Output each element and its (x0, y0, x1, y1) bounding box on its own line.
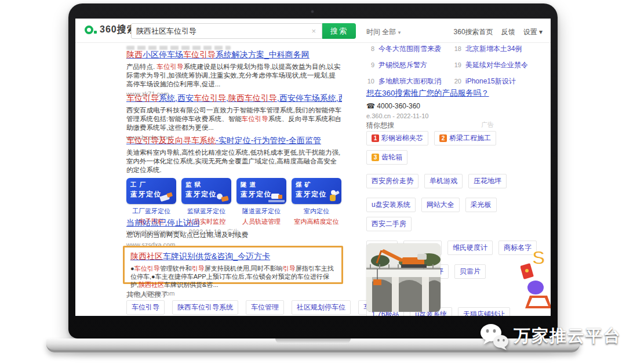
hot-link[interactable]: 多地航班大面积取消 (378, 77, 441, 86)
hot-row: 10多地航班大面积取消 20iPhone15新设计 (366, 77, 540, 86)
hot-row: 9尹锡悦怒斥警方 19美延续对华企业禁令 (366, 60, 540, 70)
promo-title-link[interactable]: 想在360搜索推广您的产品服务吗？ (366, 89, 489, 97)
guess-tag[interactable]: 西安二手房 (366, 217, 412, 231)
nav-settings-link[interactable]: 设置 ▾ (523, 27, 543, 37)
guess-tag[interactable]: 贝雷片 (454, 264, 486, 279)
browser-screen: 360搜索 × 搜索 时间 全部 ▾ 360搜索首页 反馈 设置 ▾ 陕西小区停… (75, 19, 551, 316)
time-filter-label: 时间 (366, 28, 380, 36)
wechat-icon (479, 322, 509, 350)
promo-phone: ☎ 4000-360-360 (366, 102, 529, 110)
purple-ball-icon (527, 281, 544, 294)
related-tag[interactable]: 陕西车位引导系统 (172, 300, 238, 315)
hot-rank: 18 (453, 45, 461, 52)
result-snippet: ●车位引导管理软件和引导屏支持脱机使用,同时不影响引导屏指引车主找位停车,●车主… (130, 264, 336, 289)
related-tag[interactable]: 车位管理 (246, 300, 284, 315)
clear-icon[interactable]: × (310, 27, 317, 35)
hot-link[interactable]: 北京新增本土34例 (465, 44, 522, 54)
promo-meta: e.360.cn - 2022-11-10 (366, 112, 529, 119)
laptop-base-notch (275, 338, 351, 344)
guess-tag[interactable]: u盘安装系统 (366, 198, 416, 212)
related-searches: 车位引导 陕西车位引导系统 车位管理 社区规划停车位 车位引导屏 (126, 300, 403, 315)
guess-tag[interactable]: 网站大全 (421, 198, 460, 212)
hot-rank: 20 (453, 78, 461, 85)
related-tag[interactable]: 社区规划停车位 (292, 300, 351, 315)
page: 360搜索 × 搜索 时间 全部 ▾ 360搜索首页 反馈 设置 ▾ 陕西小区停… (0, 0, 626, 364)
result-title-link[interactable]: 当前站点已停止访问 (126, 218, 342, 228)
hot-link[interactable]: 尹锡悦怒斥警方 (378, 60, 427, 70)
ad-card-row: 工厂 蓝牙定位 监狱 蓝牙定位 隧道 蓝牙定位 煤矿 蓝牙定位 (126, 178, 342, 204)
result-title-link[interactable]: 车位引导及反向寻车系统-实时定位-行为管控-全面监管 (126, 136, 342, 146)
ad-card-mine[interactable]: 煤矿 蓝牙定位 (292, 178, 341, 204)
hot-rank: 19 (453, 61, 461, 68)
truck-icon (267, 191, 285, 203)
rank-badge: 2 (439, 134, 447, 142)
card-caption-link[interactable]: 室内定位 (292, 207, 341, 216)
360-logo[interactable]: 360搜索 (85, 24, 137, 36)
hot-link[interactable]: 美延续对华企业禁令 (465, 60, 528, 70)
result-title-link[interactable]: 陕西社区车牌识别供货&咨询_今迈方卡 (130, 252, 336, 262)
hot-search-list: 8今冬大范围雨雪来袭 18北京新增本土34例 9尹锡悦怒斥警方 19美延续对华企… (366, 44, 540, 93)
guess-ranked-tag[interactable]: 3齿轮箱 (366, 150, 407, 165)
result-snippet: 西安百成电子科技有限公司一直致力于智能停车管理系统,我们的智能停车管理系统包括:… (126, 106, 342, 132)
card-caption-link[interactable]: 工厂蓝牙定位 (126, 207, 176, 216)
guess-ranked-tag[interactable]: 2桥梁工程施工 (434, 131, 496, 145)
related-tag[interactable]: 车位引导 (126, 300, 165, 315)
guess-label: 猜你想搜 (366, 121, 394, 130)
guess-tag[interactable]: 天猫店铺转让 (458, 307, 510, 316)
guess-ranked-tag[interactable]: 1彩钢岩棉夹芯 (366, 131, 428, 145)
hot-rank: 10 (366, 78, 374, 85)
header-nav: 360搜索首页 反馈 设置 ▾ (454, 27, 543, 37)
result-snippet: 美迪索科室内导航,高性价比精准定位系统,低功耗成本更低,抗干扰能力强,室内外一体… (126, 148, 342, 174)
guess-tag[interactable]: 西安房价走势 (366, 174, 418, 188)
result-snippet: 您访问的当前网页站点已过期,请及时续费 (126, 231, 342, 239)
ad-card-tunnel[interactable]: 隧道 蓝牙定位 (236, 178, 286, 204)
nav-feedback-link[interactable]: 反馈 (501, 27, 515, 37)
forklift-icon (158, 191, 175, 203)
results-count-blurred (126, 46, 231, 50)
search-box: × (131, 23, 322, 39)
guess-tag[interactable]: 维氏硬度计 (447, 241, 493, 255)
search-button[interactable]: 搜索 (322, 23, 356, 39)
bridge-crane-image[interactable] (366, 243, 441, 312)
rank-badge: 1 (372, 134, 379, 142)
search-result: 陕西小区停车场车位引导系统解决方案_中科商务网 产品特点. 车位引导系统建设是以… (126, 50, 342, 97)
guess-tag[interactable]: 压花地坪 (468, 174, 507, 188)
guard-icon (213, 191, 230, 203)
hot-row: 8今冬大范围雨雪来袭 18北京新增本土34例 (366, 44, 540, 54)
card-caption-link[interactable]: 监狱蓝牙定位 (181, 207, 231, 216)
result-snippet: 产品特点. 车位引导系统建设是以科学规划为指导,以提高效益为目的,以实际需求为导… (126, 63, 342, 89)
rank-badge: 3 (372, 154, 379, 161)
search-header: 360搜索 × 搜索 时间 全部 ▾ 360搜索首页 反馈 设置 ▾ (75, 19, 551, 43)
ad-label: 广告 (481, 121, 494, 129)
promo-block: 想在360搜索推广您的产品服务吗？ ☎ 4000-360-360 e.360.c… (366, 88, 529, 119)
search-result: 车位引导系统,西安车位引导,陕西车位引导,西安停车场系统,西安... 西安百成电… (126, 93, 342, 141)
gold-coin-icon: S (532, 246, 545, 268)
result-title-link[interactable]: 陕西小区停车场车位引导系统解决方案_中科商务网 (126, 50, 342, 60)
related-searches-label: 其他人还搜了 (126, 290, 168, 300)
hot-link[interactable]: 今冬大范围雨雪来袭 (378, 44, 441, 54)
chevron-down-icon: ▾ (539, 28, 543, 36)
hot-rank: 9 (366, 61, 374, 68)
search-result: 当前站点已停止访问 您访问的当前网页站点已过期,请及时续费 www.szsdxa… (126, 218, 342, 248)
ad-card-prison[interactable]: 监狱 蓝牙定位 (181, 178, 231, 204)
watermark: 万家推云平台 (479, 322, 621, 350)
360-logo-dot-icon (94, 31, 97, 34)
miner-icon (325, 188, 340, 203)
hot-rank: 8 (366, 45, 374, 52)
ad-card-factory[interactable]: 工厂 蓝牙定位 (126, 178, 176, 204)
laptop-camera-icon (311, 10, 314, 13)
guess-tag[interactable]: 单机游戏 (424, 174, 463, 188)
time-filter[interactable]: 时间 全部 ▾ (366, 27, 401, 37)
nav-home-link[interactable]: 360搜索首页 (454, 27, 493, 37)
guess-tag[interactable]: 采光板 (465, 198, 497, 212)
hot-link[interactable]: iPhone15新设计 (465, 77, 516, 86)
search-input[interactable] (136, 27, 310, 35)
phone-icon: ☎ (366, 102, 375, 110)
result-title-link[interactable]: 车位引导系统,西安车位引导,陕西车位引导,西安停车场系统,西安... (126, 93, 342, 104)
watermark-text: 万家推云平台 (514, 325, 621, 348)
highlighted-result-box: 陕西社区车牌识别供货&咨询_今迈方卡 ●车位引导管理软件和引导屏支持脱机使用,同… (123, 246, 343, 284)
floating-promo-widget[interactable]: S (521, 246, 551, 312)
card-caption-link[interactable]: 隧道蓝牙定位 (236, 207, 286, 216)
360-logo-ring-icon (85, 26, 93, 34)
time-filter-value: 全部 (382, 28, 396, 36)
